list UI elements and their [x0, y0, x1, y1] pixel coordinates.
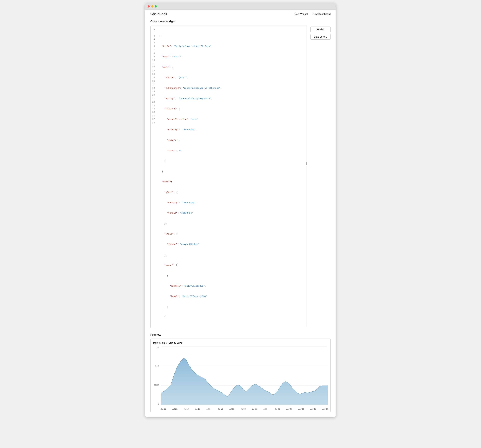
preview-section: Preview Daily Volume - Last 30 Days 2B 1… — [150, 333, 331, 412]
close-button[interactable] — [148, 5, 150, 8]
x-label-3: Jul 16 — [195, 408, 200, 410]
code-content: { "title": "Daily Volume - Last 30 Days"… — [157, 27, 307, 326]
x-label-1: Jul 20 — [172, 408, 177, 410]
y-label-0: 0 — [158, 403, 159, 405]
top-nav: ChainLook New Widget New Dashboard — [145, 10, 336, 18]
app-content: ChainLook New Widget New Dashboard Creat… — [145, 10, 336, 417]
maximize-button[interactable] — [155, 5, 157, 8]
x-label-6: Jul 10 — [229, 408, 234, 410]
x-label-0: Jul 22 — [161, 408, 166, 410]
nav-new-widget[interactable]: New Widget — [294, 13, 308, 15]
area-path — [161, 358, 328, 405]
main-content: Create new widget 1 2 3 4 5 6 7 8 — [145, 18, 336, 417]
x-label-13: Jun 26 — [310, 408, 316, 410]
x-label-7: Jul 08 — [241, 408, 246, 410]
app-logo: ChainLook — [150, 12, 167, 16]
publish-button[interactable]: Publish — [310, 27, 331, 32]
x-label-2: Jul 18 — [184, 408, 188, 410]
window-chrome: ChainLook New Widget New Dashboard Creat… — [145, 3, 336, 417]
x-label-12: Jun 28 — [298, 408, 304, 410]
editor-area: 1 2 3 4 5 6 7 8 9 10 11 12 13 — [150, 26, 331, 328]
x-label-4: Jul 14 — [206, 408, 211, 410]
minimize-button[interactable] — [151, 5, 153, 8]
code-lines: 1 2 3 4 5 6 7 8 9 10 11 12 13 — [150, 26, 307, 328]
y-axis-labels: 2B 1.1B 550M 0 — [153, 347, 160, 405]
x-label-14: Jun 24 — [322, 408, 328, 410]
y-label-2b: 2B — [157, 347, 159, 348]
x-label-5: Jul 12 — [218, 408, 223, 410]
chart-title: Daily Volume - Last 30 Days — [153, 342, 328, 344]
x-label-8: Jul 06 — [252, 408, 257, 410]
chart-container: Daily Volume - Last 30 Days 2B 1.1B 550M… — [150, 339, 331, 412]
preview-title: Preview — [150, 333, 331, 336]
page-title: Create new widget — [150, 20, 331, 23]
nav-new-dashboard[interactable]: New Dashboard — [313, 13, 331, 15]
chart-wrapper: 2B 1.1B 550M 0 — [153, 347, 328, 410]
x-label-10: Jul 02 — [275, 408, 280, 410]
chart-svg-area — [161, 347, 328, 405]
nav-links: New Widget New Dashboard — [294, 13, 331, 15]
title-bar — [145, 3, 336, 10]
x-label-11: Jun 30 — [286, 408, 292, 410]
y-label-11b: 1.1B — [155, 365, 159, 367]
line-numbers: 1 2 3 4 5 6 7 8 9 10 11 12 13 — [150, 27, 157, 326]
area-chart-svg — [161, 347, 328, 405]
code-editor[interactable]: 1 2 3 4 5 6 7 8 9 10 11 12 13 — [150, 26, 307, 328]
y-label-550m: 550M — [154, 384, 159, 386]
x-axis-labels: Jul 22 Jul 20 Jul 18 Jul 16 Jul 14 Jul 1… — [161, 406, 328, 410]
save-locally-button[interactable]: Save Locally — [310, 34, 331, 39]
scrollbar[interactable] — [306, 162, 307, 165]
editor-buttons: Publish Save Locally — [310, 26, 331, 39]
x-label-9: Jul 04 — [263, 408, 268, 410]
